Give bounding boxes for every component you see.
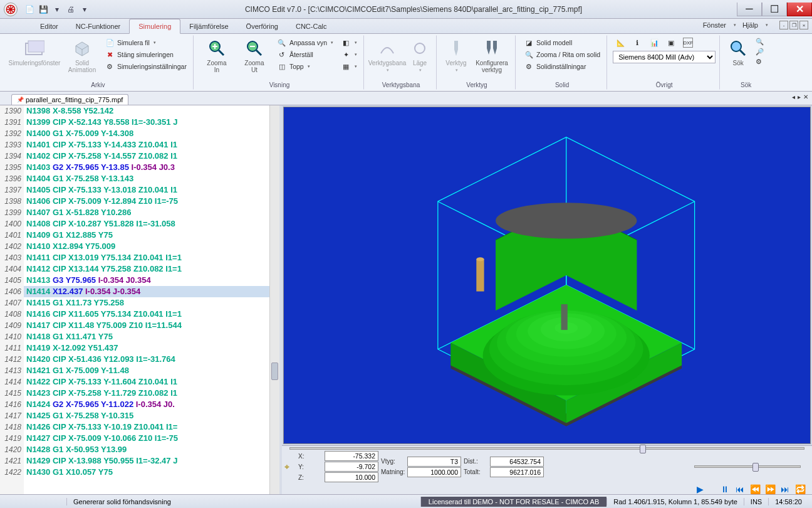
cube-icon: ◧ xyxy=(341,38,351,48)
tab-scroll-right[interactable]: ▸ xyxy=(798,93,801,100)
view-extra3[interactable]: ▦▾ xyxy=(338,61,360,72)
code-area[interactable]: N1398 X-8.558 Y52.142N1399 CIP X-52.143 … xyxy=(24,105,279,494)
tool-icon xyxy=(446,38,466,58)
ovrigt-btn3[interactable]: 📊 xyxy=(647,37,662,48)
loop-button[interactable]: 🔁 xyxy=(794,484,806,495)
reset-icon: ↺ xyxy=(277,50,287,60)
window-icon xyxy=(24,38,44,58)
svg-point-18 xyxy=(496,203,637,238)
mdi-close-icon[interactable]: × xyxy=(799,21,808,29)
sok-opt1[interactable]: 🔍 xyxy=(753,37,766,46)
menu-hjalp[interactable]: Hjälp xyxy=(742,21,758,29)
minimize-button[interactable]: ─ xyxy=(737,3,762,16)
tab-filjamforelse[interactable]: Filjämförelse xyxy=(180,19,237,33)
tab-nc-funktioner[interactable]: NC-Funktioner xyxy=(67,19,130,33)
anpassa-vyn-button[interactable]: 🔍Anpassa vyn▾ xyxy=(274,37,336,48)
status-bar: Genererar solid förhandsvisning Licenser… xyxy=(0,494,812,508)
stang-sim-button[interactable]: ✖Stäng simuleringen xyxy=(102,49,189,60)
viewport-panel: ⌖ X:-75.332 Y:-9.702 Z:10.000 Vtyg:T3 Ma… xyxy=(282,105,812,494)
ribbon-group-verktygsbana: Verktygsbana▾ Läge▾ Verktygsbana xyxy=(365,35,437,90)
tab-scroll-left[interactable]: ◂ xyxy=(792,93,795,100)
new-doc-icon[interactable]: 📄 xyxy=(24,4,35,15)
maximize-button[interactable]: ☐ xyxy=(762,3,787,16)
mode-icon xyxy=(410,38,430,58)
sok-opt3[interactable]: ⚙ xyxy=(753,57,766,66)
qat-more[interactable]: ▾ xyxy=(79,4,90,15)
play-button[interactable]: ▶ xyxy=(694,484,705,495)
qat-dropdown[interactable]: ▾ xyxy=(51,4,63,15)
verktygsbana-button[interactable]: Verktygsbana▾ xyxy=(370,37,405,74)
sim-settings-button[interactable]: ⚙Simuleringsinställningar xyxy=(102,61,189,72)
timeline-slider[interactable] xyxy=(289,447,804,450)
skip-end-button[interactable]: ⏭ xyxy=(779,484,791,495)
dist-label: Dist.: xyxy=(464,458,489,465)
ovrigt-btn1[interactable]: 📐 xyxy=(613,37,628,48)
view-extra2[interactable]: ✦▾ xyxy=(338,49,360,60)
zoom-in-button[interactable]: Zooma In xyxy=(199,37,234,75)
mdi-minimize-icon[interactable]: - xyxy=(779,21,788,29)
document-tab[interactable]: 📌 parallel_arc_fitting_cip_775.mpf xyxy=(11,94,128,105)
menu-fonster[interactable]: Fönster xyxy=(703,21,726,29)
workspace: 1390139113921393139413951396139713981399… xyxy=(0,105,812,494)
solid-animation-button[interactable]: Solid Animation xyxy=(65,37,100,75)
close-sim-icon: ✖ xyxy=(105,50,115,60)
svg-point-9 xyxy=(731,41,741,51)
speed-thumb[interactable] xyxy=(752,463,759,472)
ribbon-group-verktyg: Verktyg▾ Konfigurera verktyg Verktyg xyxy=(438,35,516,90)
app-icon[interactable] xyxy=(4,3,18,16)
redraw-icon: 🔍 xyxy=(524,50,534,60)
vtyg-value: T3 xyxy=(407,457,461,467)
mdi-restore-icon[interactable]: ❐ xyxy=(789,21,798,29)
tab-close[interactable]: ✕ xyxy=(803,93,808,100)
info-icon: ℹ xyxy=(632,38,642,48)
editor-scrollbar[interactable] xyxy=(269,105,279,494)
tab-cnc-calc[interactable]: CNC-Calc xyxy=(287,19,336,33)
konfig-verktyg-button[interactable]: Konfigurera verktyg xyxy=(472,37,511,75)
ovrigt-btn5[interactable]: DXF xyxy=(680,37,695,48)
sim-file-icon: 📄 xyxy=(105,38,115,48)
status-position: Rad 1.406/1.915, Kolumn 1, 85.549 byte xyxy=(606,498,744,505)
solid-anim-icon xyxy=(72,38,92,58)
code-editor[interactable]: 1390139113921393139413951396139713981399… xyxy=(0,105,282,494)
tab-simulering[interactable]: Simulering xyxy=(129,19,180,34)
verktyg-button[interactable]: Verktyg▾ xyxy=(442,37,470,74)
tab-editor[interactable]: Editor xyxy=(31,19,67,33)
print-icon[interactable]: 🖨 xyxy=(65,4,76,15)
ribbon-group-ovrigt: 📐 ℹ 📊 ▣ DXF Siemens 840D Mill (Adv) Övri… xyxy=(608,35,720,90)
close-button[interactable]: ✕ xyxy=(787,3,812,16)
scrollbar-thumb[interactable] xyxy=(271,362,278,380)
z-label: Z: xyxy=(298,474,323,481)
ribbon-group-solid: ◪Solid modell 🔍Zooma / Rita om solid ⚙So… xyxy=(517,35,607,90)
step-back-button[interactable]: ⏪ xyxy=(749,484,761,495)
fit-icon: 🔍 xyxy=(277,38,287,48)
zoom-solid-button[interactable]: 🔍Zooma / Rita om solid xyxy=(521,49,603,60)
pause-button[interactable]: ⏸ xyxy=(719,484,731,495)
simulera-fil-button[interactable]: 📄Simulera fil▾ xyxy=(102,37,189,48)
svg-rect-7 xyxy=(487,41,491,48)
ovrigt-btn2[interactable]: ℹ xyxy=(630,37,645,48)
simuleringsfonster-button[interactable]: Simuleringsfönster xyxy=(7,37,62,68)
solid-modell-button[interactable]: ◪Solid modell xyxy=(521,37,603,48)
zoom-out-icon xyxy=(244,38,264,58)
status-license: Licenserad till DEMO - NOT FOR RESALE - … xyxy=(420,497,606,507)
ribbon-group-visning: Zooma In Zooma Ut 🔍Anpassa vyn▾ ↺Återstä… xyxy=(195,35,364,90)
dist-value: 64532.754 xyxy=(490,457,544,467)
zoom-out-button[interactable]: Zooma Ut xyxy=(237,37,272,75)
timeline-thumb[interactable] xyxy=(640,445,646,453)
skip-start-button[interactable]: ⏮ xyxy=(734,484,746,495)
machine-select[interactable]: Siemens 840D Mill (Adv) xyxy=(613,51,716,63)
title-bar: 📄 💾 ▾ 🖨 ▾ CIMCO Edit v7.0 - [C:\CIMCO\CI… xyxy=(0,0,812,19)
speed-slider[interactable] xyxy=(694,465,801,468)
save-icon[interactable]: 💾 xyxy=(38,4,49,15)
aterstall-button[interactable]: ↺Återställ xyxy=(274,49,336,60)
3d-viewport[interactable] xyxy=(283,107,811,444)
ovrigt-btn4[interactable]: ▣ xyxy=(664,37,679,48)
sok-opt2[interactable]: 🔎 xyxy=(753,47,766,56)
topp-button[interactable]: ◫Topp▾ xyxy=(274,61,336,72)
sok-button[interactable]: Sök xyxy=(726,37,751,68)
lage-button[interactable]: Läge▾ xyxy=(407,37,432,74)
tab-overforing[interactable]: Överföring xyxy=(237,19,287,33)
step-fwd-button[interactable]: ⏩ xyxy=(764,484,776,495)
solid-settings-button[interactable]: ⚙Solidinställningar xyxy=(521,61,603,72)
view-extra1[interactable]: ◧▾ xyxy=(338,37,360,48)
